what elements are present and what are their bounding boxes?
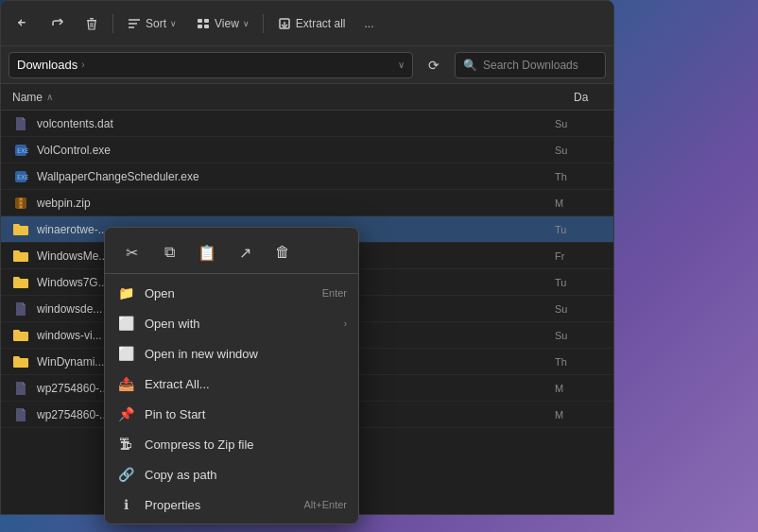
file-icon: EXE xyxy=(12,168,29,185)
file-name: volcontents.dat xyxy=(37,117,555,130)
delete-button[interactable] xyxy=(77,9,107,39)
toolbar: Sort ∨ View ∨ Extract all ... xyxy=(1,1,613,46)
file-date: Th xyxy=(555,356,602,368)
context-menu-item-open-new-window[interactable]: ⬜Open in new window xyxy=(105,338,358,369)
refresh-icon: ⟳ xyxy=(428,58,439,73)
ctx-pin-to-start-label: Pin to Start xyxy=(145,407,347,421)
more-button[interactable]: ... xyxy=(357,9,382,39)
share-icon xyxy=(50,16,65,31)
search-input[interactable] xyxy=(483,59,597,72)
file-date: M xyxy=(555,197,602,209)
ctx-copy-as-path-icon: 🔗 xyxy=(116,465,135,484)
ctx-open-new-window-label: Open in new window xyxy=(145,347,347,361)
file-date: Tu xyxy=(555,277,602,288)
ctx-open-with-icon: ⬜ xyxy=(116,314,135,333)
col-date-label: Da xyxy=(574,91,588,104)
breadcrumb-chevron-icon: › xyxy=(81,60,84,70)
sort-button[interactable]: Sort ∨ xyxy=(119,9,184,39)
trash-icon xyxy=(84,16,99,31)
context-menu-item-open[interactable]: 📁OpenEnter xyxy=(105,278,358,308)
ctx-open-shortcut: Enter xyxy=(322,287,347,299)
file-name: WallpaperChangeScheduler.exe xyxy=(37,170,555,183)
separator-1 xyxy=(112,14,113,33)
view-label: View xyxy=(215,17,239,30)
col-name-label: Name xyxy=(12,91,43,104)
more-label: ... xyxy=(365,17,374,30)
extract-icon xyxy=(277,16,292,31)
refresh-button[interactable]: ⟳ xyxy=(421,52,447,78)
breadcrumb[interactable]: Downloads › ∨ xyxy=(9,52,413,78)
svg-rect-10 xyxy=(204,19,209,23)
context-menu-item-copy-as-path[interactable]: 🔗Copy as path xyxy=(105,459,358,489)
file-icon xyxy=(12,115,29,132)
svg-rect-12 xyxy=(204,25,209,28)
ctx-open-icon: 📁 xyxy=(116,283,135,302)
sort-chevron: ∨ xyxy=(170,19,177,28)
ctx-compress-zip-label: Compress to Zip file xyxy=(145,438,347,452)
file-date: Th xyxy=(555,171,602,182)
context-menu-item-compress-zip[interactable]: 🗜Compress to Zip file xyxy=(105,429,358,459)
paste-icon[interactable]: 📋 xyxy=(192,237,222,267)
ctx-extract-all-icon: 📤 xyxy=(116,374,135,393)
file-icon xyxy=(12,195,29,212)
file-date: Su xyxy=(555,145,602,156)
svg-rect-2 xyxy=(90,18,94,20)
back-button[interactable] xyxy=(9,9,39,39)
context-menu-item-properties[interactable]: ℹPropertiesAlt+Enter xyxy=(105,489,358,520)
svg-text:EXE: EXE xyxy=(17,174,28,181)
ctx-pin-to-start-icon: 📌 xyxy=(116,404,135,423)
column-header: Name ∧ Da xyxy=(1,84,613,111)
svg-rect-9 xyxy=(198,19,202,23)
file-icon xyxy=(12,300,29,317)
ctx-extract-all-label: Extract All... xyxy=(145,377,347,391)
view-icon xyxy=(196,16,211,31)
sort-icon xyxy=(127,16,142,31)
search-icon: 🔍 xyxy=(463,59,477,72)
table-row[interactable]: EXEVolControl.exeSu xyxy=(1,137,613,163)
file-name: webpin.zip xyxy=(37,197,555,210)
file-icon xyxy=(12,248,29,265)
breadcrumb-text: Downloads xyxy=(17,58,78,72)
table-row[interactable]: EXEWallpaperChangeScheduler.exeTh xyxy=(1,163,613,190)
file-icon xyxy=(12,327,29,344)
file-date: Su xyxy=(555,118,602,129)
table-row[interactable]: volcontents.datSu xyxy=(1,111,613,137)
separator-2 xyxy=(263,14,264,33)
context-menu-item-open-with[interactable]: ⬜Open with› xyxy=(105,308,358,338)
file-icon xyxy=(12,353,29,370)
context-menu-item-extract-all[interactable]: 📤Extract All... xyxy=(105,369,358,399)
file-icon xyxy=(12,274,29,291)
file-date: Tu xyxy=(555,224,602,235)
breadcrumb-dropdown-icon[interactable]: ∨ xyxy=(398,60,405,70)
extract-all-button[interactable]: Extract all xyxy=(269,9,353,39)
context-menu-item-pin-to-start[interactable]: 📌Pin to Start xyxy=(105,399,358,429)
ctx-copy-as-path-label: Copy as path xyxy=(145,468,347,482)
ctx-open-with-label: Open with xyxy=(145,317,335,331)
cut-icon[interactable]: ✂ xyxy=(116,237,146,267)
file-icon xyxy=(12,221,29,238)
copy-icon[interactable]: ⧉ xyxy=(154,237,184,267)
ctx-open-new-window-icon: ⬜ xyxy=(116,344,135,363)
col-date-header[interactable]: Da xyxy=(566,91,613,104)
delete-icon[interactable]: 🗑 xyxy=(267,237,298,267)
view-button[interactable]: View ∨ xyxy=(188,9,257,39)
view-chevron: ∨ xyxy=(243,19,250,28)
file-icon xyxy=(12,406,29,423)
file-date: Su xyxy=(555,303,602,315)
file-icon xyxy=(12,380,29,397)
share-icon[interactable]: ↗ xyxy=(230,237,260,267)
share-button[interactable] xyxy=(43,9,73,39)
extract-label: Extract all xyxy=(296,17,346,30)
ctx-open-with-arrow: › xyxy=(344,318,347,329)
col-name-header[interactable]: Name ∧ xyxy=(1,91,566,104)
ctx-properties-label: Properties xyxy=(145,498,294,512)
file-name: VolControl.exe xyxy=(37,144,555,157)
svg-rect-11 xyxy=(198,25,202,28)
context-menu-icons-row: ✂⧉📋↗🗑 xyxy=(105,232,358,274)
ctx-properties-shortcut: Alt+Enter xyxy=(303,499,347,510)
search-box[interactable]: 🔍 xyxy=(455,52,606,78)
file-date: M xyxy=(555,409,602,420)
table-row[interactable]: webpin.zipM xyxy=(1,190,613,216)
file-date: M xyxy=(555,383,602,394)
context-menu: ✂⧉📋↗🗑 📁OpenEnter⬜Open with›⬜Open in new … xyxy=(104,227,359,524)
